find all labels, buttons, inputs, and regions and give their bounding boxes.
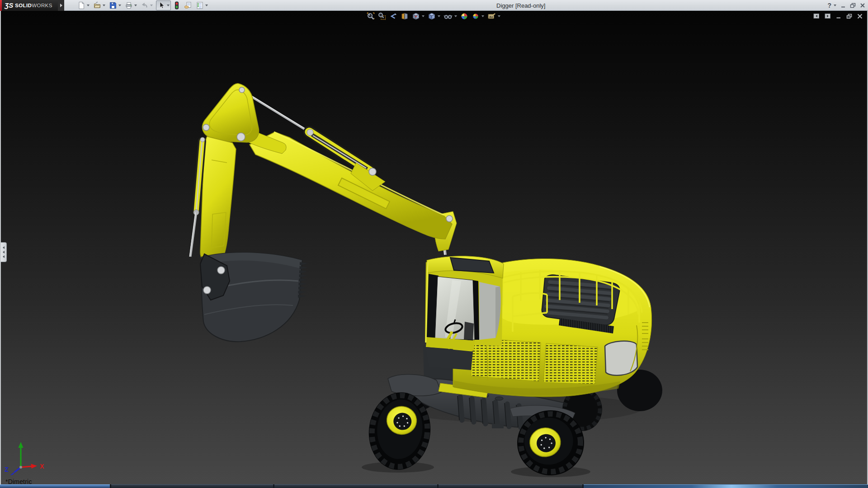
pane-toggle-left-icon	[813, 13, 820, 19]
dropdown-caret-icon[interactable]	[498, 15, 500, 17]
boom-head	[202, 84, 259, 142]
document-restore-button[interactable]	[846, 14, 852, 19]
solidworks-3s-logo-icon: ƷS	[5, 1, 13, 9]
solidworks-logo: ƷS SOLIDWORKS	[0, 0, 58, 11]
open-button[interactable]	[93, 0, 106, 10]
taskbar-segment[interactable]	[0, 484, 110, 488]
rear-side-window	[605, 341, 637, 375]
save-button[interactable]	[108, 0, 122, 10]
window-title: Digger [Read-only]	[496, 2, 545, 9]
save-icon	[109, 1, 117, 9]
dropdown-caret-icon[interactable]	[422, 15, 425, 17]
taskbar-segment[interactable]	[584, 484, 868, 488]
dipper-arm	[200, 136, 236, 263]
dropdown-caret-icon[interactable]	[103, 5, 105, 6]
close-button[interactable]	[860, 3, 865, 8]
left-triangle-icon	[3, 246, 5, 249]
view-settings-icon	[487, 12, 496, 20]
view-orientation-button[interactable]	[412, 12, 425, 20]
left-triangle-icon	[3, 255, 5, 258]
document-close-button[interactable]	[857, 14, 863, 19]
dropdown-caret-icon[interactable]	[167, 5, 170, 6]
options-button[interactable]	[195, 0, 208, 10]
pane-toggle-right-button[interactable]	[825, 13, 831, 19]
titlebar: ƷS SOLIDWORKS	[0, 0, 868, 11]
section-view-button[interactable]	[401, 12, 409, 20]
edit-appearance-icon	[460, 12, 468, 20]
apply-scene-icon	[472, 12, 480, 20]
excavator-boom-assembly[interactable]	[190, 84, 457, 342]
dropdown-caret-icon[interactable]	[481, 15, 484, 17]
display-style-icon	[428, 12, 436, 20]
help-dropdown-caret-icon[interactable]	[834, 5, 836, 6]
brand-text-solid: SOLID	[15, 3, 32, 8]
print-icon	[125, 1, 133, 9]
pane-toggle-left-button[interactable]	[813, 13, 820, 19]
close-icon	[857, 14, 863, 19]
options-icon	[196, 1, 204, 9]
dropdown-caret-icon[interactable]	[205, 5, 208, 6]
hide-show-items-icon	[443, 12, 453, 20]
zoom-to-area-button[interactable]	[378, 12, 386, 20]
main-toolbar	[77, 0, 211, 11]
edit-appearance-button[interactable]	[460, 12, 468, 20]
section-view-icon	[401, 12, 409, 20]
select-cursor-icon	[157, 1, 165, 9]
file-properties-icon	[184, 1, 192, 9]
solidworks-window: ƷS SOLIDWORKS	[0, 0, 868, 488]
headsup-view-toolbar	[367, 12, 500, 20]
document-window-controls	[813, 13, 863, 19]
dropdown-caret-icon[interactable]	[134, 5, 137, 6]
dropdown-caret-icon[interactable]	[150, 5, 153, 6]
taskbar-segment[interactable]	[274, 484, 437, 488]
view-settings-button[interactable]	[487, 12, 500, 20]
feature-panel-collapse-tab[interactable]	[1, 242, 7, 262]
dropdown-caret-icon[interactable]	[454, 15, 457, 17]
minimize-icon	[836, 14, 841, 19]
minimize-button[interactable]	[840, 3, 846, 8]
taskbar-segment[interactable]	[439, 484, 582, 488]
print-button[interactable]	[124, 0, 137, 10]
window-controls: ?	[827, 0, 865, 11]
open-icon	[93, 1, 101, 9]
restore-icon	[846, 14, 852, 19]
left-triangle-icon	[3, 251, 5, 253]
previous-view-icon	[389, 12, 397, 20]
dropdown-caret-icon[interactable]	[87, 5, 90, 6]
document-minimize-button[interactable]	[836, 14, 841, 19]
new-document-button[interactable]	[77, 0, 90, 10]
view-orientation-icon	[412, 12, 420, 20]
minimize-icon	[840, 3, 846, 8]
engine-cover	[542, 275, 620, 325]
taskbar-segment[interactable]	[111, 484, 273, 488]
rebuild-button[interactable]	[173, 0, 180, 10]
taskbar-sliver[interactable]	[0, 484, 868, 488]
triad-x-label: X	[40, 463, 44, 470]
file-properties-button[interactable]	[183, 0, 193, 10]
close-icon	[860, 3, 865, 8]
side-grille	[543, 343, 598, 384]
restore-button[interactable]	[850, 3, 856, 8]
select-tool-button[interactable]	[156, 0, 171, 10]
apply-scene-button[interactable]	[472, 12, 484, 20]
pane-toggle-right-icon	[825, 13, 831, 19]
menu-expand-arrow[interactable]	[58, 0, 64, 11]
help-button[interactable]: ?	[827, 2, 831, 9]
zoom-to-fit-icon	[367, 12, 375, 20]
restore-icon	[850, 3, 856, 8]
excavator-model[interactable]	[0, 11, 868, 488]
dropdown-caret-icon[interactable]	[438, 15, 440, 17]
zoom-to-area-icon	[378, 12, 386, 20]
display-style-button[interactable]	[428, 12, 440, 20]
zoom-to-fit-button[interactable]	[367, 12, 375, 20]
previous-view-button[interactable]	[389, 12, 397, 20]
reference-triad: X Z	[4, 439, 49, 478]
hide-show-items-button[interactable]	[443, 12, 457, 20]
graphics-viewport[interactable]: X Z *Dimetric	[0, 11, 868, 488]
dropdown-caret-icon[interactable]	[118, 5, 121, 6]
right-triangle-icon	[60, 4, 62, 7]
rebuild-traffic-light-icon	[174, 1, 180, 9]
new-document-icon	[77, 1, 85, 9]
undo-button[interactable]	[140, 0, 153, 10]
brand-text-works: WORKS	[32, 3, 52, 8]
